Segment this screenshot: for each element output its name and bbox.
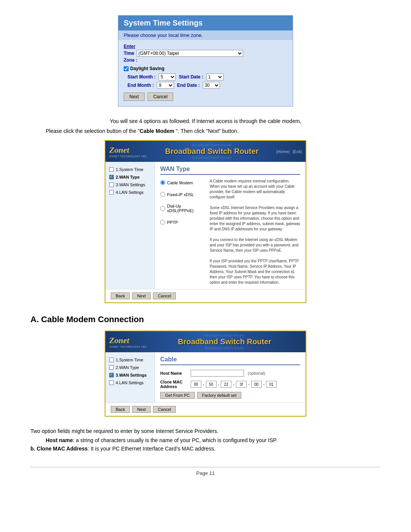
timezone-row[interactable]: Time (GMT+08:00) Taipei — [124, 50, 287, 57]
bottom-text: Two option fields might be required to e… — [30, 428, 381, 434]
cable-router-header: Zonet ZONET TECHNOLOGY INC. Broadband Sw… — [105, 331, 306, 352]
end-date-select[interactable]: 30 — [203, 82, 220, 89]
daylight-checkbox[interactable] — [124, 66, 129, 71]
system-time-subtitle: Please choose your local time zone. — [118, 30, 293, 40]
cable-title-bg-top: Broadband Switch Router — [148, 334, 302, 337]
bottom-text-a: Host name: a string of characters usuall… — [46, 437, 381, 443]
wan-next-button[interactable]: Next — [132, 292, 151, 299]
zonet-logo-text: Zonet — [109, 145, 129, 155]
cable-sidebar-checkbox-3 — [109, 373, 114, 377]
zonet-logo: Zonet ZONET TECHNOLOGY INC. — [109, 145, 148, 158]
sidebar-item-1[interactable]: 1.System Time — [109, 167, 151, 172]
sidebar-item-3[interactable]: 3.WAN Settings — [109, 182, 151, 187]
cable-panel: Zonet ZONET TECHNOLOGY INC. Broadband Sw… — [105, 331, 306, 417]
wan-cancel-button[interactable]: Cancel — [153, 292, 176, 299]
wan-desc-dialup: If you connect to the Internet using an … — [210, 238, 298, 252]
cable-zonet-logo-sub: ZONET TECHNOLOGY INC. — [109, 345, 148, 348]
get-from-pc-button[interactable]: Get From PC — [160, 392, 195, 399]
cable-sidebar-label-2: 2.WAN Type — [116, 365, 139, 370]
system-time-next-button[interactable]: Next — [124, 93, 145, 101]
cable-sidebar-item-3[interactable]: 3.WAN Settings — [109, 373, 151, 377]
nav-home[interactable]: |Home| — [276, 149, 290, 154]
factory-default-button[interactable]: Factory default set — [197, 392, 242, 399]
host-name-row: Host Name (optional) — [160, 370, 300, 377]
cable-zonet-logo-text: Zonet — [109, 335, 129, 345]
cable-body: 1.System Time 2.WAN Type 3.WAN Settings … — [105, 352, 306, 403]
wan-radio-dialup[interactable] — [160, 206, 165, 211]
system-time-btn-row: Next Cancel — [124, 93, 287, 101]
host-name-bold: Host name — [46, 437, 73, 443]
sidebar-label-2: 2.WAN Type — [116, 175, 140, 179]
wan-label-dialup: Dial-Up xDSL(PPPoE) — [167, 204, 206, 213]
wan-desc-col: A Cable modem requires minimal configura… — [210, 179, 300, 285]
mac-input-3[interactable] — [221, 381, 231, 388]
wan-label-fixed: Fixed-IP xDSL — [167, 192, 194, 197]
host-name-input[interactable] — [191, 370, 244, 377]
system-time-panel: System Time Settings Please choose your … — [118, 15, 293, 107]
cable-back-button[interactable]: Back — [111, 406, 130, 413]
wan-option-dialup[interactable]: Dial-Up xDSL(PPPoE) — [160, 204, 206, 213]
wan-option-cable[interactable]: Cable Modem — [160, 180, 206, 185]
cable-section-title: Cable — [160, 356, 300, 365]
wan-type-title: WAN Type — [160, 166, 300, 175]
mac-input-6[interactable] — [266, 381, 277, 388]
wan-radio-pptp[interactable] — [160, 220, 165, 225]
sidebar-item-2[interactable]: 2.WAN Type — [109, 175, 151, 179]
zone-label: Zone : — [124, 58, 287, 63]
cable-next-button[interactable]: Next — [132, 406, 151, 413]
mac-input-4[interactable] — [236, 381, 247, 388]
end-month-select[interactable]: 9 — [157, 82, 174, 89]
wan-option-pptp[interactable]: PPTP — [160, 220, 206, 225]
daylight-label: Daylight Saving — [130, 66, 164, 71]
end-month-label: End Month : — [127, 83, 154, 88]
router-nav: |Home| |Exit| — [276, 149, 302, 154]
wan-back-button[interactable]: Back — [111, 292, 130, 299]
system-time-cancel-button[interactable]: Cancel — [148, 93, 173, 101]
wan-option-fixed[interactable]: Fixed-IP xDSL — [160, 192, 206, 197]
start-date-select[interactable]: 1 — [206, 73, 223, 80]
sidebar-item-4[interactable]: 4.LAN Settings — [109, 190, 151, 195]
wan-radio-cable[interactable] — [160, 180, 165, 185]
start-month-label: Start Month : — [127, 74, 156, 80]
router-sidebar: 1.System Time 2.WAN Type 3.WAN Settings … — [105, 162, 155, 289]
sidebar-checkbox-4 — [109, 190, 114, 195]
cable-sidebar-item-1[interactable]: 1.System Time — [109, 358, 151, 362]
clone-mac-row: Clone MAC Address - - - - - — [160, 380, 300, 389]
timezone-select[interactable]: (GMT+08:00) Taipei — [137, 50, 243, 57]
mac-row: - - - - - — [191, 381, 277, 388]
wan-desc-cable: A Cable modem requires minimal configura… — [210, 179, 295, 199]
zonet-logo-sub: ZONET TECHNOLOGY INC. — [109, 155, 148, 158]
router-title-area: Broadband Switch Router Broadband Switch… — [148, 143, 276, 160]
mac-input-2[interactable] — [206, 381, 217, 388]
sidebar-label-4: 4.LAN Settings — [116, 190, 143, 195]
sidebar-label-1: 1.System Time — [116, 167, 143, 172]
cable-cancel-button[interactable]: Cancel — [153, 406, 176, 413]
mac-input-1[interactable] — [191, 381, 201, 388]
system-time-title: System Time Settings — [118, 16, 293, 30]
end-date-label: End Date : — [177, 83, 199, 88]
host-name-label: Host Name — [160, 371, 187, 375]
start-date-label: Start Date : — [179, 74, 203, 80]
cable-zonet-logo: Zonet ZONET TECHNOLOGY INC. — [109, 335, 148, 348]
cable-sidebar-item-2[interactable]: 2.WAN Type — [109, 365, 151, 370]
wan-radio-col: Cable Modem Fixed-IP xDSL Dial-Up xDSL(P… — [160, 179, 206, 285]
sidebar-checkbox-1 — [109, 167, 114, 172]
wan-options-row: Cable Modem Fixed-IP xDSL Dial-Up xDSL(P… — [160, 179, 300, 285]
mac-sep-4: - — [248, 382, 250, 387]
sidebar-checkbox-3 — [109, 182, 114, 187]
wan-radio-fixed[interactable] — [160, 192, 165, 197]
cable-footer: Back Next Cancel — [105, 403, 306, 416]
start-month-select[interactable]: 5 — [159, 73, 176, 80]
cable-sidebar: 1.System Time 2.WAN Type 3.WAN Settings … — [105, 352, 155, 403]
router-title-main: Broadband Switch Router — [148, 147, 276, 156]
cable-sidebar-item-4[interactable]: 4.LAN Settings — [109, 380, 151, 385]
time-label: Time — [124, 51, 134, 56]
daylight-section: Daylight Saving Start Month : 5 Start Da… — [124, 66, 287, 89]
nav-exit[interactable]: |Exit| — [293, 149, 302, 154]
enter-label: Enter — [124, 44, 135, 49]
wan-label-cable: Cable Modem — [167, 181, 193, 185]
mac-input-5[interactable] — [251, 381, 262, 388]
cable-sidebar-label-3: 3.WAN Settings — [116, 373, 147, 377]
cable-main-title: Broadband Switch Router — [148, 337, 302, 346]
cable-btn-row-inner: Get From PC Factory default set — [160, 392, 300, 399]
